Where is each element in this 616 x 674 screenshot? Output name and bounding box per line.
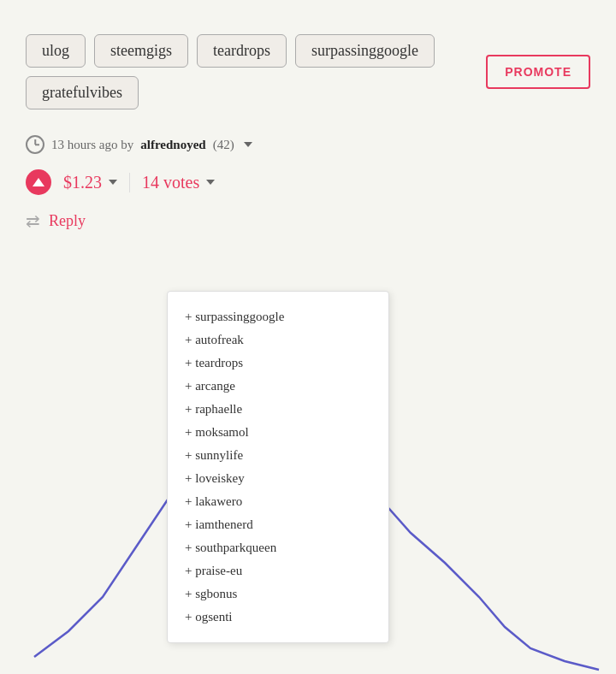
voter-item[interactable]: + ogsenti — [185, 606, 371, 629]
voter-item[interactable]: + loveiskey — [185, 467, 371, 490]
tag-teardrops[interactable]: teardrops — [197, 34, 287, 68]
voter-item[interactable]: + raphaelle — [185, 398, 371, 421]
clock-icon — [26, 135, 44, 154]
voter-item[interactable]: + praise-eu — [185, 559, 371, 582]
promote-button[interactable]: PROMOTE — [486, 55, 590, 89]
voters-dropdown: + surpassinggoogle+ autofreak+ teardrops… — [167, 291, 389, 643]
tags-group: ulogsteemgigsteardropssurpassinggooglegr… — [26, 34, 477, 109]
tag-gratefulvibes[interactable]: gratefulvibes — [26, 76, 139, 109]
reply-button[interactable]: Reply — [49, 212, 86, 230]
voter-item[interactable]: + southparkqueen — [185, 536, 371, 559]
time-ago-text: 13 hours ago by — [51, 138, 133, 152]
author-chevron-icon[interactable] — [244, 142, 252, 147]
voter-item[interactable]: + autofreak — [185, 328, 371, 352]
page-container: ulogsteemgigsteardropssurpassinggooglegr… — [0, 0, 616, 257]
tag-surpassinggoogle[interactable]: surpassinggoogle — [295, 34, 435, 68]
voter-item[interactable]: + moksamol — [185, 421, 371, 444]
tags-area: ulogsteemgigsteardropssurpassinggooglegr… — [26, 34, 590, 109]
voter-item[interactable]: + sunnylife — [185, 444, 371, 467]
voter-item[interactable]: + lakawero — [185, 490, 371, 513]
votes-count: 14 votes — [129, 173, 215, 192]
upvote-button[interactable] — [26, 169, 51, 195]
voter-item[interactable]: + surpassinggoogle — [185, 305, 371, 328]
author-name[interactable]: alfrednoyed — [140, 138, 205, 152]
voter-item[interactable]: + iamthenerd — [185, 513, 371, 536]
payout-amount: $1.23 — [63, 173, 117, 192]
voter-item[interactable]: + sgbonus — [185, 582, 371, 606]
voter-item[interactable]: + teardrops — [185, 352, 371, 375]
meta-line: 13 hours ago by alfrednoyed (42) — [26, 135, 590, 154]
tag-steemgigs[interactable]: steemgigs — [94, 34, 188, 68]
votes-chevron-icon[interactable] — [206, 180, 215, 185]
action-bar: ⇄ Reply — [26, 210, 590, 231]
payout-chevron-icon[interactable] — [109, 180, 117, 185]
vote-line: $1.23 14 votes — [26, 169, 590, 195]
author-reputation: (42) — [213, 138, 234, 152]
voter-item[interactable]: + arcange — [185, 375, 371, 398]
resteem-icon[interactable]: ⇄ — [26, 210, 40, 231]
tag-ulog[interactable]: ulog — [26, 34, 86, 68]
